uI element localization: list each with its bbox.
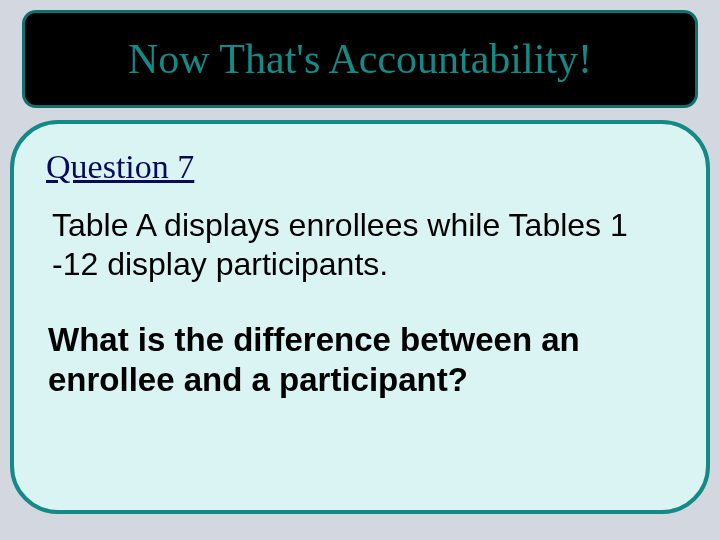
question-prompt: What is the difference between an enroll… bbox=[46, 320, 674, 401]
title-banner: Now That's Accountability! bbox=[22, 10, 698, 108]
context-text: Table A displays enrollees while Tables … bbox=[46, 206, 674, 284]
slide-title: Now That's Accountability! bbox=[128, 35, 592, 83]
content-panel: Question 7 Table A displays enrollees wh… bbox=[10, 120, 710, 514]
question-number-label: Question 7 bbox=[46, 148, 674, 186]
